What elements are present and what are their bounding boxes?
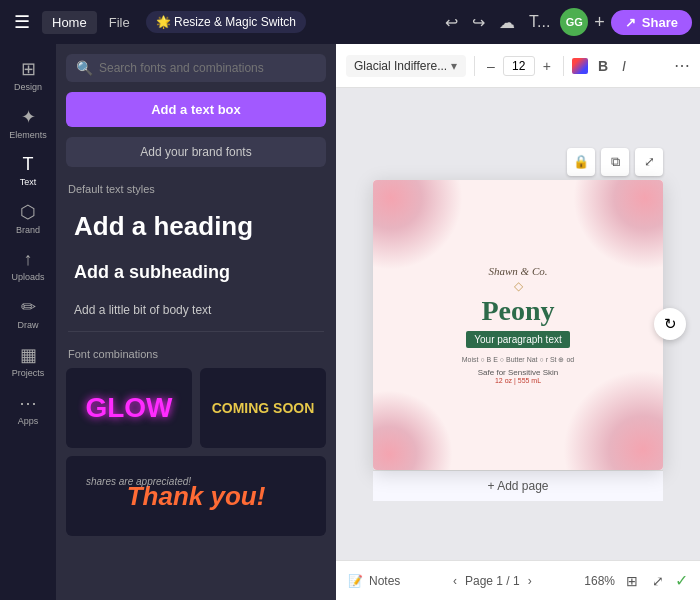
text-panel: 🔍 Add a text box Add your brand fonts De… <box>56 44 336 600</box>
sidebar-item-design[interactable]: ⊞ Design <box>3 52 53 98</box>
canvas-area: Glacial Indiffere... ▾ – + B I ⋯ 🔒 ⧉ <box>336 44 700 600</box>
sidebar-item-projects[interactable]: ▦ Projects <box>3 338 53 384</box>
sidebar-item-apps[interactable]: ⋯ Apps <box>3 386 53 432</box>
topbar-actions: ↩ ↪ ☁ T... GG + ↗ Share <box>441 8 692 36</box>
projects-label: Projects <box>12 368 45 378</box>
body-text: Add a little bit of body text <box>74 303 318 317</box>
volume-text: 12 oz | 555 mL <box>383 377 653 384</box>
apps-icon: ⋯ <box>19 392 37 414</box>
toolbar-divider-2 <box>563 56 564 76</box>
notes-icon: 📝 <box>348 574 363 588</box>
elements-icon: ✦ <box>21 106 36 128</box>
formatting-toolbar: Glacial Indiffere... ▾ – + B I ⋯ <box>336 44 700 88</box>
font-dropdown-chevron: ▾ <box>451 59 457 73</box>
page-label: Page 1 / 1 <box>465 574 520 588</box>
notes-button[interactable]: 📝 Notes <box>348 574 400 588</box>
combo-glow[interactable]: GLOW <box>66 368 192 448</box>
fullscreen-icon[interactable]: ⤢ <box>649 570 667 592</box>
cloud-save-icon[interactable]: ☁ <box>495 9 519 36</box>
toolbar-divider-1 <box>474 56 475 76</box>
avatar[interactable]: GG <box>560 8 588 36</box>
nav-menu: Home File <box>42 11 140 34</box>
canvas-inner: Shawn & Co. ◇ Peony Your paragraph text … <box>373 180 663 470</box>
zoom-level[interactable]: 168% <box>584 574 615 588</box>
add-brand-fonts-button[interactable]: Add your brand fonts <box>66 137 326 167</box>
italic-button[interactable]: I <box>618 54 630 78</box>
page-next-icon[interactable]: › <box>528 574 532 588</box>
canvas-icon-row: ◇ <box>383 279 653 293</box>
add-page-button[interactable]: + Add page <box>373 470 663 501</box>
font-size-decrease[interactable]: – <box>483 56 499 76</box>
redo-button[interactable]: ↪ <box>468 9 489 36</box>
more-options-button[interactable]: ⋯ <box>674 56 690 75</box>
heading-style-item[interactable]: Add a heading <box>62 203 330 250</box>
sidebar-item-uploads[interactable]: ↑ Uploads <box>3 243 53 288</box>
add-button[interactable]: + <box>594 12 605 33</box>
combo-shares-text: shares are appreciated! <box>86 476 191 487</box>
tagline: Safe for Sensitive Skin <box>383 368 653 377</box>
combinations-header: Font combinations <box>56 340 336 368</box>
combo-thank-you[interactable]: shares are appreciated! Thank you! <box>66 456 326 536</box>
menu-icon[interactable]: ☰ <box>8 7 36 37</box>
sidebar-item-text[interactable]: T Text <box>3 148 53 193</box>
nav-file[interactable]: File <box>99 11 140 34</box>
combo-grid: GLOW COMING SOON shares are appreciated!… <box>56 368 336 546</box>
sidebar-item-draw[interactable]: ✏ Draw <box>3 290 53 336</box>
combo-coming-soon[interactable]: COMING SOON <box>200 368 326 448</box>
confirm-icon[interactable]: ✓ <box>675 571 688 590</box>
search-icon: 🔍 <box>76 60 93 76</box>
notes-label: Notes <box>369 574 400 588</box>
timer-label[interactable]: T... <box>525 9 554 35</box>
ingredients-row: Moist ○ B E ○ Butter Nat ○ r St ⊕ od <box>383 356 653 364</box>
page-indicator: ‹ Page 1 / 1 › <box>453 574 532 588</box>
page-prev-icon[interactable]: ‹ <box>453 574 457 588</box>
combo-coming-text: COMING SOON <box>212 400 315 417</box>
search-bar[interactable]: 🔍 <box>66 54 326 82</box>
add-text-box-button[interactable]: Add a text box <box>66 92 326 127</box>
grid-view-icon[interactable]: ⊞ <box>623 570 641 592</box>
nav-home[interactable]: Home <box>42 11 97 34</box>
uploads-icon: ↑ <box>24 249 33 270</box>
bottom-bar: 📝 Notes ‹ Page 1 / 1 › 168% ⊞ ⤢ ✓ <box>336 560 700 600</box>
subheading-text: Add a subheading <box>74 262 318 283</box>
uploads-label: Uploads <box>11 272 44 282</box>
bottom-right-controls: 168% ⊞ ⤢ ✓ <box>584 570 688 592</box>
heading-text: Add a heading <box>74 211 318 242</box>
product-name: Peony <box>383 295 653 327</box>
search-input[interactable] <box>99 61 316 75</box>
undo-button[interactable]: ↩ <box>441 9 462 36</box>
magic-switch-button[interactable]: 🌟 Resize & Magic Switch <box>146 11 306 33</box>
font-size-increase[interactable]: + <box>539 56 555 76</box>
body-style-item[interactable]: Add a little bit of body text <box>62 295 330 325</box>
lock-button[interactable]: 🔒 <box>567 148 595 176</box>
canvas-content: Shawn & Co. ◇ Peony Your paragraph text … <box>373 255 663 394</box>
copy-button[interactable]: ⧉ <box>601 148 629 176</box>
expand-button[interactable]: ⤢ <box>635 148 663 176</box>
subheading-style-item[interactable]: Add a subheading <box>62 254 330 291</box>
draw-icon: ✏ <box>21 296 36 318</box>
default-styles-header: Default text styles <box>56 177 336 201</box>
share-label: Share <box>642 15 678 30</box>
share-button[interactable]: ↗ Share <box>611 10 692 35</box>
canvas-wrapper: 🔒 ⧉ ⤢ Shaw <box>336 88 700 560</box>
text-color-picker[interactable] <box>572 58 588 74</box>
paragraph-text-box[interactable]: Your paragraph text <box>466 331 569 348</box>
font-combinations-section: Font combinations GLOW COMING SOON share… <box>56 336 336 550</box>
font-size-input[interactable] <box>503 56 535 76</box>
design-label: Design <box>14 82 42 92</box>
sidebar-item-brand[interactable]: ⬡ Brand <box>3 195 53 241</box>
sidebar-item-elements[interactable]: ✦ Elements <box>3 100 53 146</box>
projects-icon: ▦ <box>20 344 37 366</box>
elements-label: Elements <box>9 130 47 140</box>
design-canvas: Shawn & Co. ◇ Peony Your paragraph text … <box>373 180 663 470</box>
text-icon: T <box>23 154 34 175</box>
text-label: Text <box>20 177 37 187</box>
apps-label: Apps <box>18 416 39 426</box>
combo-glow-text: GLOW <box>85 392 172 424</box>
share-icon: ↗ <box>625 15 636 30</box>
floral-bottom-left <box>373 390 453 470</box>
font-selector[interactable]: Glacial Indiffere... ▾ <box>346 55 466 77</box>
icon-sidebar: ⊞ Design ✦ Elements T Text ⬡ Brand ↑ Upl… <box>0 44 56 600</box>
bold-button[interactable]: B <box>594 54 612 78</box>
draw-label: Draw <box>17 320 38 330</box>
